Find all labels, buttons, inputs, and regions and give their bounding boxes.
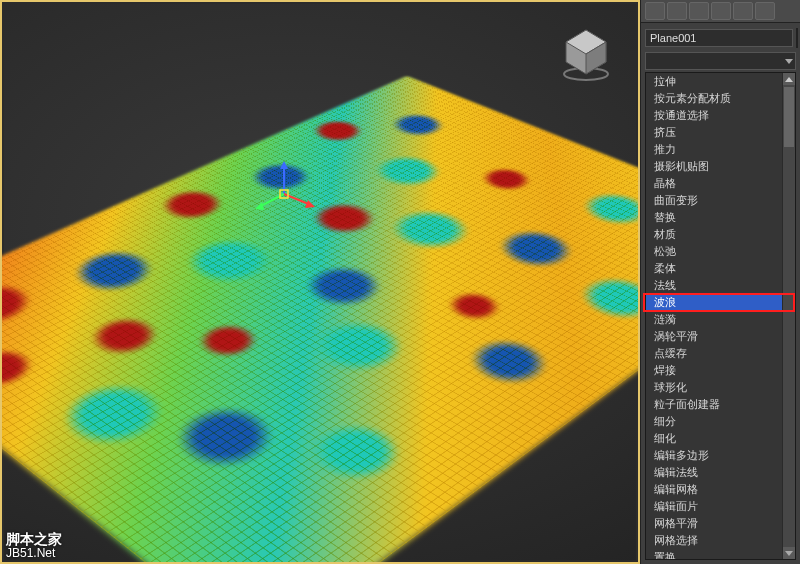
chevron-up-icon — [785, 77, 793, 82]
watermark-url: JB51.Net — [6, 546, 62, 560]
modifier-item[interactable]: 摄影机贴图 — [646, 158, 783, 175]
chevron-down-icon — [785, 551, 793, 556]
modifier-item[interactable]: 法线 — [646, 277, 783, 294]
scrollbar[interactable] — [782, 73, 795, 559]
modifier-item[interactable]: 推力 — [646, 141, 783, 158]
modifier-item[interactable]: 球形化 — [646, 379, 783, 396]
object-color-swatch[interactable] — [796, 28, 798, 48]
modifier-item[interactable]: 涡轮平滑 — [646, 328, 783, 345]
modifier-item[interactable]: 粒子面创建器 — [646, 396, 783, 413]
modifier-item[interactable]: 编辑法线 — [646, 464, 783, 481]
modifier-item[interactable]: 置换 — [646, 549, 783, 559]
modifier-item[interactable]: 点缓存 — [646, 345, 783, 362]
modifier-list: 拉伸按元素分配材质按通道选择挤压推力摄影机贴图晶格曲面变形替换材质松弛柔体法线波… — [645, 72, 796, 560]
tab-hierarchy-icon[interactable] — [689, 2, 709, 20]
modifier-item[interactable]: 按通道选择 — [646, 107, 783, 124]
modifier-item[interactable]: 柔体 — [646, 260, 783, 277]
modifier-list-items[interactable]: 拉伸按元素分配材质按通道选择挤压推力摄影机贴图晶格曲面变形替换材质松弛柔体法线波… — [646, 73, 783, 559]
modifier-item[interactable]: 编辑网格 — [646, 481, 783, 498]
modifier-list-dropdown[interactable] — [645, 52, 796, 70]
viewport-3d[interactable] — [4, 4, 636, 560]
tab-motion-icon[interactable] — [711, 2, 731, 20]
object-name-input[interactable] — [645, 29, 793, 47]
modifier-item[interactable]: 编辑面片 — [646, 498, 783, 515]
modifier-item[interactable]: 按元素分配材质 — [646, 90, 783, 107]
modifier-item[interactable]: 网格平滑 — [646, 515, 783, 532]
scroll-down-button[interactable] — [783, 547, 795, 559]
command-panel: 拉伸按元素分配材质按通道选择挤压推力摄影机贴图晶格曲面变形替换材质松弛柔体法线波… — [640, 0, 800, 564]
tab-utilities-icon[interactable] — [755, 2, 775, 20]
modifier-item[interactable]: 曲面变形 — [646, 192, 783, 209]
scroll-up-button[interactable] — [783, 73, 795, 85]
modifier-item[interactable]: 焊接 — [646, 362, 783, 379]
tab-create-icon[interactable] — [645, 2, 665, 20]
modifier-item[interactable]: 替换 — [646, 209, 783, 226]
modifier-item[interactable]: 晶格 — [646, 175, 783, 192]
modifier-item[interactable]: 编辑多边形 — [646, 447, 783, 464]
tab-modify-icon[interactable] — [667, 2, 687, 20]
modifier-item[interactable]: 波浪 — [646, 294, 783, 311]
viewcube[interactable] — [554, 22, 618, 86]
modifier-item[interactable]: 细化 — [646, 430, 783, 447]
modifier-item[interactable]: 挤压 — [646, 124, 783, 141]
modifier-item[interactable]: 网格选择 — [646, 532, 783, 549]
chevron-down-icon — [785, 59, 793, 64]
modifier-item[interactable]: 松弛 — [646, 243, 783, 260]
command-panel-tabs — [641, 0, 800, 23]
modifier-item[interactable]: 细分 — [646, 413, 783, 430]
modifier-item[interactable]: 材质 — [646, 226, 783, 243]
watermark-cn: 脚本之家 — [6, 532, 62, 546]
tab-display-icon[interactable] — [733, 2, 753, 20]
viewport-frame — [0, 0, 640, 564]
heightmap-plane[interactable] — [0, 76, 640, 564]
modifier-item[interactable]: 涟漪 — [646, 311, 783, 328]
watermark: 脚本之家 JB51.Net — [6, 532, 62, 560]
modifier-item[interactable]: 拉伸 — [646, 73, 783, 90]
scroll-thumb[interactable] — [784, 87, 794, 147]
